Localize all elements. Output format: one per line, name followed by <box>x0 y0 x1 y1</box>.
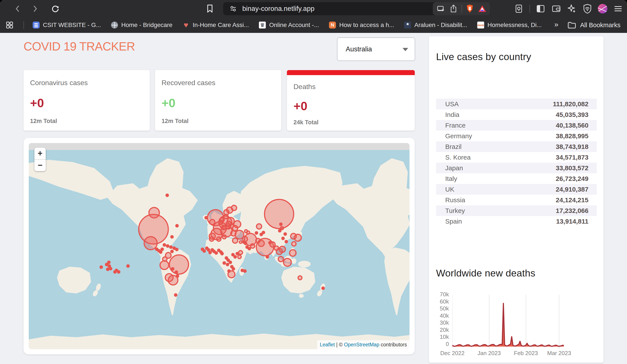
globe-icon <box>111 22 118 29</box>
world-map[interactable]: + − Leaflet | © OpenStreetMap contributo… <box>29 143 410 349</box>
apps-grid-button[interactable] <box>4 19 15 31</box>
forward-icon <box>31 5 39 13</box>
map-tile-edge <box>29 143 410 150</box>
map-attribution: Leaflet | © OpenStreetMap contributors <box>317 340 410 349</box>
y-tick-label: 60k <box>433 298 449 305</box>
country-row: Russia 24,124,215 <box>436 195 597 205</box>
heart-icon: ♥ <box>182 22 189 29</box>
map-card: + − Leaflet | © OpenStreetMap contributo… <box>23 138 415 354</box>
bookmarks-overflow-chevron[interactable]: » <box>554 20 558 29</box>
folder-icon <box>567 21 576 29</box>
url-text[interactable]: binay-corona.netlify.app <box>242 5 314 13</box>
sidebar-icon[interactable] <box>535 4 546 14</box>
live-cases-table: USA 111,820,082 India 45,035,393 France … <box>436 99 597 227</box>
zoom-out-button[interactable]: − <box>34 159 46 171</box>
bookmark-item[interactable]: * Araluen - Disabilit... <box>404 22 467 29</box>
bookmark-label: How to access a h... <box>339 22 394 29</box>
chevron-down-icon <box>403 48 408 51</box>
y-tick-label: 70k <box>433 291 449 298</box>
profile-avatar[interactable] <box>598 4 607 13</box>
openstreetmap-link[interactable]: OpenStreetMap <box>344 342 379 347</box>
flower-icon: * <box>404 22 411 29</box>
wallet-icon[interactable] <box>551 4 561 14</box>
country-row: Italy 26,723,249 <box>436 173 597 184</box>
country-cases: 13,914,811 <box>556 218 589 225</box>
site-settings-tune-icon[interactable] <box>229 4 238 13</box>
country-name: India <box>445 111 459 118</box>
divider <box>462 5 462 13</box>
bookmarks-list: CSIT WEBSITE - G... Home - Bridgecare ♥ … <box>33 17 542 33</box>
country-cases: 24,124,215 <box>556 196 588 204</box>
country-name: UK <box>445 186 454 193</box>
zoom-in-button[interactable]: + <box>34 148 46 159</box>
x-tick-label: Jan 2023 <box>471 350 508 357</box>
page-title: COVID 19 TRACKER <box>23 39 135 53</box>
card-accent-bar <box>287 70 415 75</box>
back-button[interactable] <box>12 3 23 14</box>
bookmark-this-page-button[interactable] <box>204 3 215 14</box>
share-icon[interactable] <box>449 4 458 13</box>
country-row: Turkey 17,232,066 <box>436 205 597 216</box>
bookmark-item[interactable]: Home - Bridgecare <box>111 22 172 29</box>
country-row: Japan 33,803,572 <box>436 163 597 173</box>
leo-ai-sparkles-icon[interactable] <box>567 4 577 14</box>
country-name: Italy <box>445 175 457 182</box>
apps-grid-icon <box>5 21 14 29</box>
card-delta: +0 <box>294 99 308 113</box>
card-delta: +0 <box>161 96 175 110</box>
bookmark-item[interactable]: CSIT WEBSITE - G... <box>33 22 101 29</box>
country-row: USA 111,820,082 <box>436 99 597 109</box>
card-recovered-cases[interactable]: Recovered cases +0 12m Total <box>155 70 281 131</box>
country-cases: 111,820,082 <box>553 100 588 108</box>
y-tick-label: 20k <box>433 326 449 333</box>
deaths-chart[interactable] <box>452 294 564 344</box>
y-tick-label: 40k <box>433 312 449 319</box>
reload-button[interactable] <box>50 3 61 14</box>
install-app-icon[interactable] <box>436 4 445 13</box>
country-name: Brazil <box>445 143 462 151</box>
x-tick-label: Feb 2023 <box>508 350 544 357</box>
country-name: USA <box>445 100 459 108</box>
divider <box>529 5 530 13</box>
country-select[interactable]: Australia <box>337 37 415 61</box>
urlbar-action-icons <box>433 2 490 15</box>
country-cases: 38,743,918 <box>556 143 588 151</box>
country-name: Russia <box>445 196 465 204</box>
bookmark-item[interactable]: ♛ Online Account -... <box>259 22 319 29</box>
country-name: Germany <box>445 132 472 140</box>
bookmarks-bar: CSIT WEBSITE - G... Home - Bridgecare ♥ … <box>0 17 627 33</box>
brave-shields-icon[interactable] <box>466 4 474 13</box>
y-tick-label: 50k <box>433 305 449 312</box>
card-title: Coronavirus cases <box>30 79 88 87</box>
chart-area-fill <box>452 303 564 347</box>
brave-rewards-bat-icon[interactable] <box>478 4 487 13</box>
page-content: COVID 19 TRACKER Australia Coronavirus c… <box>0 33 627 364</box>
country-select-value: Australia <box>346 45 372 53</box>
card-deaths[interactable]: Deaths +0 24k Total <box>287 70 415 131</box>
card-delta: +0 <box>30 96 44 110</box>
divider <box>23 21 24 29</box>
card-coronavirus-cases[interactable]: Coronavirus cases +0 12m Total <box>23 70 150 131</box>
bookmark-item[interactable]: N How to access a h... <box>329 22 394 29</box>
all-bookmarks-button[interactable]: All Bookmarks <box>567 17 621 33</box>
bookmark-label: Araluen - Disabilit... <box>414 22 467 29</box>
y-tick-label: 10k <box>433 333 449 340</box>
browser-window: binay-corona.netlify.app <box>0 0 627 364</box>
menu-icon[interactable] <box>613 4 623 14</box>
country-row: UK 24,910,387 <box>436 184 597 195</box>
search-tabs-icon[interactable] <box>514 4 524 14</box>
country-cases: 17,232,066 <box>556 207 588 214</box>
bookmark-item[interactable]: mcm Homelessness, Di... <box>477 22 542 29</box>
country-row: S. Korea 34,571,873 <box>436 152 597 163</box>
bookmark-item[interactable]: ♥ In-Home Care Assi... <box>182 22 249 29</box>
card-total: 24k Total <box>294 119 318 126</box>
bookmark-label: CSIT WEBSITE - G... <box>43 22 101 29</box>
card-total: 12m Total <box>161 118 189 124</box>
country-name: Japan <box>445 164 463 172</box>
vpn-shield-icon[interactable] <box>583 3 592 14</box>
country-name: Turkey <box>445 207 465 214</box>
crest-icon: ♛ <box>259 22 266 29</box>
leaflet-link[interactable]: Leaflet <box>320 342 335 347</box>
forward-button[interactable] <box>29 3 41 14</box>
bookmark-label: Online Account -... <box>269 22 319 29</box>
